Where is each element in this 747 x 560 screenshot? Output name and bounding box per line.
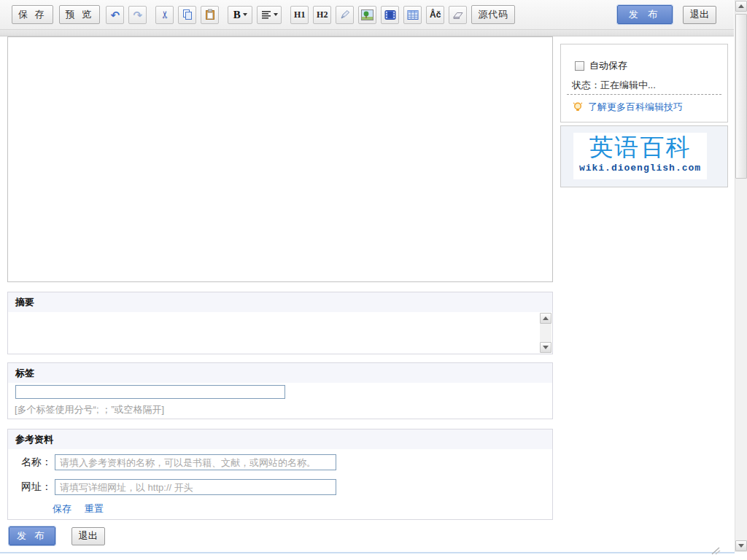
bold-button[interactable]: B [228,6,252,24]
status-box: 自动保存 状态：正在编辑中... 了解更多百科编辑技巧 [560,44,728,122]
h1-button[interactable]: H1 [290,6,309,24]
copy-icon [182,9,193,20]
special-char-button[interactable]: Åč [426,6,444,24]
eraser-button[interactable] [449,6,467,24]
summary-title: 摘要 [8,292,552,312]
logo-url: wiki.dioenglish.com [573,162,707,175]
image-button[interactable] [358,6,376,24]
references-panel: 参考资料 名称： 网址： 保存 重置 [7,429,553,520]
bottom-divider [0,552,735,553]
source-code-button[interactable]: 源代码 [471,5,515,24]
footer-actions: 发 布 退出 [9,526,105,545]
special-char-icon: Åč [430,9,441,20]
bold-icon: B [233,9,241,21]
reference-name-label: 名称： [21,456,52,469]
page-scroll-down-button[interactable] [735,540,747,551]
editor-toolbar: 保 存 预 览 ↶ ↷ ✂ B [0,0,734,29]
reference-save-link[interactable]: 保存 [53,503,71,514]
publish-button-top[interactable]: 发 布 [617,5,673,24]
resize-grip-icon[interactable] [709,545,722,556]
image-icon [361,9,374,20]
table-button[interactable] [403,6,422,24]
logo-title: 英语百科 [573,133,707,162]
autosave-label: 自动保存 [589,59,627,72]
exit-button-top[interactable]: 退出 [683,6,716,24]
link-icon [339,9,351,20]
undo-button[interactable]: ↶ [106,6,124,24]
status-text: 状态：正在编辑中... [572,79,656,92]
redo-button[interactable]: ↷ [128,6,147,24]
h1-icon: H1 [294,9,305,20]
autosave-row: 自动保存 [575,59,627,72]
summary-scrollbar[interactable] [540,313,551,353]
film-icon [384,9,396,20]
redo-icon: ↷ [133,9,142,20]
wiki-editor-page: 保 存 预 览 ↶ ↷ ✂ B [0,0,747,560]
summary-textarea[interactable] [8,312,552,354]
publish-button-bottom[interactable]: 发 布 [9,526,55,545]
preview-button[interactable]: 预 览 [59,5,101,24]
page-scrollbar-thumb[interactable] [735,14,747,179]
scissors-icon: ✂ [160,10,170,19]
h2-button[interactable]: H2 [313,6,331,24]
tips-row: 了解更多百科编辑技巧 [572,101,693,114]
editing-tips-link[interactable]: 了解更多百科编辑技巧 [588,101,683,114]
scroll-down-button[interactable] [540,342,551,353]
triangle-down-icon [543,346,549,349]
scroll-up-button[interactable] [540,313,551,324]
lightbulb-icon [572,101,584,113]
triangle-down-icon [738,544,744,548]
reference-actions: 保存 重置 [53,502,114,516]
save-button[interactable]: 保 存 [12,5,53,24]
editor-canvas[interactable] [7,36,553,282]
tags-panel: 标签 [多个标签使用分号“; ；”或空格隔开] [7,362,553,419]
reference-reset-link[interactable]: 重置 [85,503,104,514]
reference-name-input[interactable] [55,454,336,470]
cut-button[interactable]: ✂ [155,6,174,24]
site-logo: 英语百科 wiki.dioenglish.com [573,133,707,179]
undo-icon: ↶ [110,9,120,20]
table-icon [407,9,419,20]
reference-url-input[interactable] [55,479,336,495]
tags-title: 标签 [8,363,552,383]
autosave-checkbox[interactable] [575,61,584,71]
tags-input[interactable] [15,385,285,399]
tags-hint: [多个标签使用分号“; ；”或空格隔开] [15,403,164,416]
page-scrollbar[interactable] [735,0,747,552]
dashed-divider [567,94,721,95]
chevron-down-icon [243,13,247,16]
toolbar-divider [0,29,734,36]
align-icon [261,9,271,20]
page-scroll-up-button[interactable] [735,1,747,12]
chevron-down-icon [274,13,278,16]
copy-button[interactable] [178,6,196,24]
toolbar-right-group: 发 布 退出 [617,5,716,24]
video-button[interactable] [381,6,399,24]
h2-icon: H2 [317,9,328,20]
align-button[interactable] [257,6,282,24]
references-title: 参考资料 [8,429,552,449]
exit-button-bottom[interactable]: 退出 [71,527,105,545]
reference-url-label: 网址： [21,481,52,494]
logo-box: 英语百科 wiki.dioenglish.com [560,125,728,187]
eraser-icon [452,9,464,20]
paste-button[interactable] [201,6,219,24]
paste-icon [204,9,216,20]
reference-url-row: 网址： [8,479,552,495]
reference-name-row: 名称： [8,454,552,470]
link-button[interactable] [336,6,354,24]
triangle-up-icon [738,4,744,8]
triangle-up-icon [543,316,549,320]
summary-panel: 摘要 [7,292,553,354]
